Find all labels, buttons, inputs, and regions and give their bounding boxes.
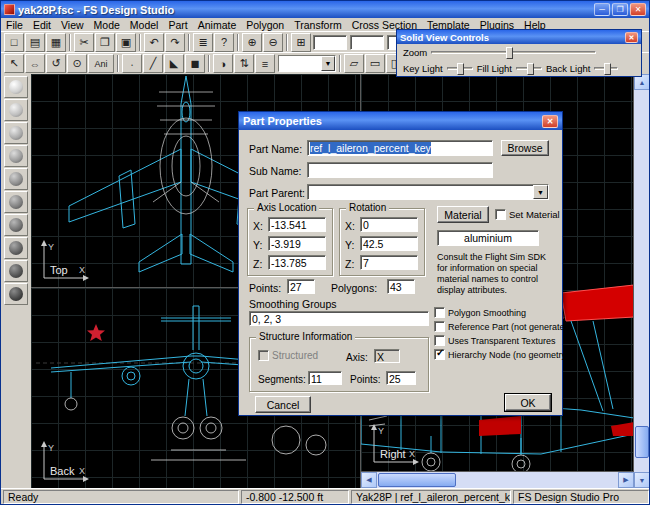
maximize-button[interactable]: ❐ xyxy=(612,3,628,16)
set-material-option[interactable]: Set Material xyxy=(495,209,560,220)
scroll-down-arrow[interactable]: ▼ xyxy=(634,472,650,488)
menu-view[interactable]: View xyxy=(56,19,89,31)
axis-y-input[interactable]: -3.919 xyxy=(268,236,326,251)
option-polygon-smoothing[interactable]: Polygon Smoothing xyxy=(434,307,526,318)
cancel-button[interactable]: Cancel xyxy=(255,396,311,413)
zoom-slider[interactable] xyxy=(431,51,596,54)
vertical-scrollbar[interactable]: ▲ ▼ xyxy=(634,74,650,488)
fill-light-thumb[interactable] xyxy=(527,63,534,75)
open-file-button[interactable]: ▤ xyxy=(25,33,45,52)
palette-close-button[interactable]: ✕ xyxy=(625,32,638,43)
primitive-tool-1[interactable] xyxy=(4,76,28,98)
pan-tool-button[interactable]: ⇔ xyxy=(25,54,45,73)
flip-button[interactable]: ⇅ xyxy=(234,54,254,73)
option-hierarchy-node[interactable]: Hierarchy Node (no geometry) xyxy=(434,349,569,360)
primitive-tool-2[interactable] xyxy=(4,99,28,121)
menu-file[interactable]: File xyxy=(1,19,28,31)
primitive-tool-4[interactable] xyxy=(4,145,28,167)
close-button[interactable]: ✕ xyxy=(630,3,646,16)
paste-button[interactable]: ▣ xyxy=(116,33,136,52)
part-name-input[interactable]: ref_l_aileron_percent_key xyxy=(307,140,493,156)
sub-name-input[interactable] xyxy=(307,162,493,178)
animate-button[interactable]: Ani xyxy=(88,54,114,73)
primitive-tool-9[interactable] xyxy=(4,260,28,282)
dialog-title-bar[interactable]: Part Properties ✕ xyxy=(239,112,562,130)
scroll-left-arrow[interactable]: ◀ xyxy=(361,472,377,488)
part-properties-dialog[interactable]: Part Properties ✕ Part Name: ref_l_ailer… xyxy=(238,111,563,416)
part-mode-button[interactable]: ◼ xyxy=(185,54,205,73)
rotation-y-input[interactable]: 42.5 xyxy=(360,236,418,251)
menu-mode[interactable]: Mode xyxy=(89,19,125,31)
transparent-textures-checkbox[interactable] xyxy=(434,335,445,346)
zoom-out-button[interactable]: ⊖ xyxy=(263,33,283,52)
primitive-tool-3[interactable] xyxy=(4,122,28,144)
rotation-x-input[interactable]: 0 xyxy=(360,217,418,232)
grid-button[interactable]: ⊞ xyxy=(291,33,311,52)
back-light-thumb[interactable] xyxy=(604,63,611,75)
toolbar-readout-x[interactable] xyxy=(313,35,347,50)
ok-button[interactable]: OK xyxy=(505,394,551,411)
select-tool-button[interactable]: ↖ xyxy=(4,54,24,73)
solid-view-controls-palette[interactable]: Solid View Controls ✕ Zoom Key Light Fil… xyxy=(396,29,642,77)
back-light-slider[interactable] xyxy=(594,67,618,70)
primitive-tool-8[interactable] xyxy=(4,237,28,259)
copy-button[interactable]: ❐ xyxy=(95,33,115,52)
dialog-close-button[interactable]: ✕ xyxy=(542,115,558,128)
axis-x-input[interactable]: -13.541 xyxy=(268,217,326,232)
chevron-down-icon[interactable]: ▼ xyxy=(321,56,335,71)
set-material-checkbox[interactable] xyxy=(495,209,506,220)
vertex-mode-button[interactable]: ∙ xyxy=(122,54,142,73)
zoom-in-button[interactable]: ⊕ xyxy=(242,33,262,52)
hierarchy-node-checkbox[interactable] xyxy=(434,349,445,360)
rotation-z-input[interactable]: 7 xyxy=(360,255,418,270)
part-parent-combo[interactable]: ▼ xyxy=(307,184,549,200)
scroll-right-arrow[interactable]: ▶ xyxy=(618,472,634,488)
toolbar-readout-y[interactable] xyxy=(350,35,384,50)
align-button[interactable]: ≡ xyxy=(255,54,275,73)
axis-z-input[interactable]: -13.785 xyxy=(268,255,326,270)
menu-transform[interactable]: Transform xyxy=(289,19,346,31)
key-light-thumb[interactable] xyxy=(457,63,464,75)
palette-title-bar[interactable]: Solid View Controls ✕ xyxy=(397,30,641,44)
cut-button[interactable]: ✂ xyxy=(74,33,94,52)
browse-button[interactable]: Browse xyxy=(501,140,549,156)
help-button[interactable]: ? xyxy=(214,33,234,52)
title-bar[interactable]: yak28P.fsc - FS Design Studio ─ ❐ ✕ xyxy=(1,1,649,18)
option-transparent-textures[interactable]: Uses Transparent Textures xyxy=(434,335,555,346)
primitive-tool-5[interactable] xyxy=(4,168,28,190)
chevron-down-icon[interactable]: ▼ xyxy=(533,185,548,199)
edge-mode-button[interactable]: ╱ xyxy=(143,54,163,73)
minimize-button[interactable]: ─ xyxy=(594,3,610,16)
undo-button[interactable]: ↶ xyxy=(144,33,164,52)
polygon-mode-button[interactable]: ◣ xyxy=(164,54,184,73)
material-button[interactable]: Material xyxy=(437,206,489,223)
menu-part[interactable]: Part xyxy=(163,19,192,31)
reference-part-checkbox[interactable] xyxy=(434,321,445,332)
redo-button[interactable]: ↷ xyxy=(165,33,185,52)
toolbar-combo[interactable]: ▼ xyxy=(278,55,336,72)
print-button[interactable]: ≣ xyxy=(193,33,213,52)
zoom-tool-button[interactable]: ⊙ xyxy=(67,54,87,73)
menu-edit[interactable]: Edit xyxy=(28,19,56,31)
primitive-tool-6[interactable] xyxy=(4,191,28,213)
polygon-smoothing-checkbox[interactable] xyxy=(434,307,445,318)
view-front-button[interactable]: ▱ xyxy=(344,54,364,73)
new-file-button[interactable]: □ xyxy=(4,33,24,52)
key-light-slider[interactable] xyxy=(447,67,473,70)
save-file-button[interactable]: ▦ xyxy=(46,33,66,52)
horizontal-scroll-thumb[interactable] xyxy=(378,473,456,487)
orbit-tool-button[interactable]: ↺ xyxy=(46,54,66,73)
option-reference-part[interactable]: Reference Part (not generated) xyxy=(434,321,573,332)
view-top-button[interactable]: ▭ xyxy=(365,54,385,73)
vertical-scroll-thumb[interactable] xyxy=(635,426,649,458)
fill-light-slider[interactable] xyxy=(516,67,542,70)
horizontal-scrollbar[interactable]: ◀ ▶ xyxy=(361,472,634,488)
primitive-tool-10[interactable] xyxy=(4,283,28,305)
zoom-slider-thumb[interactable] xyxy=(506,47,513,59)
primitive-tool-7[interactable] xyxy=(4,214,28,236)
mirror-button[interactable]: ◑ xyxy=(213,54,233,73)
set-material-label: Set Material xyxy=(509,209,560,220)
menu-animate[interactable]: Animate xyxy=(193,19,242,31)
menu-polygon[interactable]: Polygon xyxy=(241,19,289,31)
menu-model[interactable]: Model xyxy=(125,19,164,31)
